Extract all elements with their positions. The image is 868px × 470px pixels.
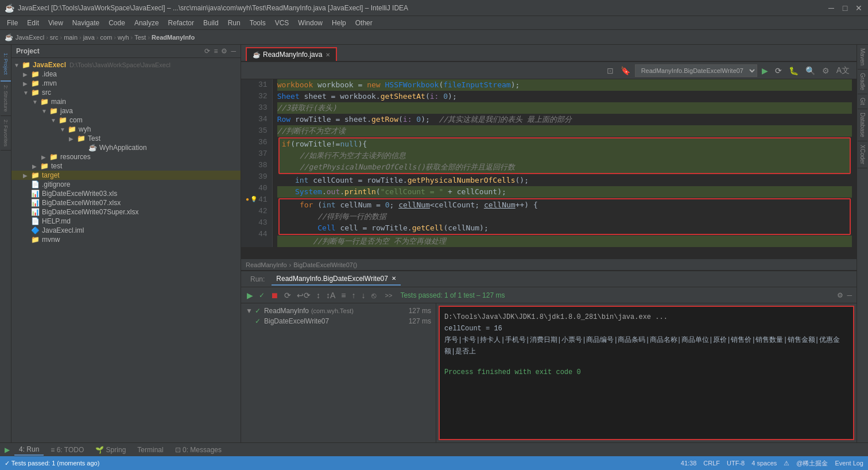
tree-item-test[interactable]: ▶ 📁 test — [11, 161, 241, 171]
tree-item-resources[interactable]: ▶ 📁 resources — [11, 152, 241, 161]
bottom-tab-messages[interactable]: ⊡ 0: Messages — [170, 445, 226, 455]
breadcrumb-project[interactable]: JavaExecl — [16, 34, 44, 41]
breadcrumb-test[interactable]: Test — [134, 34, 146, 41]
tree-item-java[interactable]: ▼ 📁 java — [11, 106, 241, 115]
sort-btn[interactable]: ↕ — [315, 290, 321, 301]
rerun-btn-2[interactable]: ⟳ — [283, 290, 292, 301]
tree-item-wyh-app[interactable]: ☕ WyhApplication — [11, 143, 241, 152]
bottom-tab-run[interactable]: 4: Run — [14, 444, 44, 456]
tree-item-excel07super[interactable]: 📊 BigDateExcelWrite07Super.xlsx — [11, 207, 241, 217]
bottom-tab-spring[interactable]: 🌱 Spring — [91, 445, 130, 455]
code-editor[interactable]: 31 32 33 34 35 36 37 38 39 40 ● 💡 41 — [241, 79, 857, 259]
sort-alpha-btn[interactable]: ↕A — [325, 290, 336, 301]
tab-close-icon[interactable]: ✕ — [326, 52, 330, 58]
window-controls: ─ □ ✕ — [827, 3, 863, 13]
database-panel-tab[interactable]: Database — [858, 109, 867, 141]
gear-icon[interactable]: ⚙ — [221, 47, 227, 55]
bookmark-btn[interactable]: 🔖 — [618, 65, 633, 76]
xcoder-panel-tab[interactable]: XCoder — [858, 141, 867, 168]
minimize-panel-icon[interactable]: ─ — [231, 47, 236, 55]
debug-btn[interactable]: 🐛 — [786, 65, 801, 76]
breadcrumb-src[interactable]: src — [50, 34, 59, 41]
editor-tab-readmanyinfo[interactable]: ☕ ReadManyInfo.java ✕ — [246, 47, 337, 61]
test-item-bigdate[interactable]: ✓ BigDateExcelWrite07 127 ms — [241, 316, 436, 326]
tree-item-gitignore[interactable]: 📄 .gitignore — [11, 180, 241, 189]
project-panel-toggle[interactable]: 1: Project — [1, 47, 11, 82]
project-panel-title: Project — [16, 47, 204, 55]
tree-item-com[interactable]: ▼ 📁 com — [11, 115, 241, 125]
toggle-btn[interactable]: ≡ — [340, 290, 347, 301]
collapse-icon[interactable]: ≡ — [214, 47, 218, 55]
menu-code[interactable]: Code — [104, 18, 130, 28]
run-btn[interactable]: ▶ — [760, 65, 770, 76]
code-line-43: Cell cell = rowTitle.getCell(cellNum); — [280, 222, 850, 234]
export-btn[interactable]: ↓ — [361, 290, 367, 301]
menu-run[interactable]: Run — [223, 18, 245, 28]
rerun-btn[interactable]: ⟳ — [773, 65, 784, 76]
menu-help[interactable]: Help — [327, 18, 351, 28]
editor-toolbar: ⊡ 🔖 ReadManyInfo.BigDateExcelWrite07 ▶ ⟳… — [241, 62, 857, 79]
menu-navigate[interactable]: Navigate — [68, 18, 104, 28]
maven-panel-tab[interactable]: Maven — [858, 45, 867, 70]
test-item-readmanyinfo[interactable]: ▼ ✓ ReadManyInfo (com.wyh.Test) 127 ms — [241, 306, 436, 316]
import-btn[interactable]: ↑ — [351, 290, 357, 301]
breadcrumb-main[interactable]: main — [64, 34, 78, 41]
tree-item-test-dir[interactable]: ▶ 📁 Test — [11, 134, 241, 143]
breadcrumb-java[interactable]: java — [83, 34, 95, 41]
console-output[interactable]: D:\Tools\Java\JDK\JDK1.8\jdk1.8.0_281\bi… — [439, 306, 854, 440]
structure-panel-toggle[interactable]: 2: Structure — [1, 82, 11, 116]
run-tab-close[interactable]: ✕ — [392, 275, 396, 282]
menu-window[interactable]: Window — [293, 18, 327, 28]
run-hide-icon[interactable]: ─ — [847, 291, 852, 299]
tree-item-mvn[interactable]: ▶ 📁 .mvn — [11, 79, 241, 88]
code-line-32: Sheet sheet = workbook.getSheetAt(i: 0); — [277, 91, 852, 102]
maximize-button[interactable]: □ — [840, 3, 850, 13]
event-log-link[interactable]: Event Log — [835, 460, 863, 467]
bottom-tab-terminal[interactable]: Terminal — [133, 445, 168, 455]
tree-item-src[interactable]: ▼ 📁 src — [11, 88, 241, 97]
code-line-44: //判断每一行是否为空 不为空再做处理 — [277, 236, 852, 247]
menu-other[interactable]: Other — [351, 18, 377, 28]
back-btn[interactable]: ⊡ — [604, 65, 616, 76]
minimize-button[interactable]: ─ — [827, 3, 836, 13]
bottom-tab-todo[interactable]: ≡ 6: TODO — [46, 445, 88, 455]
menu-vcs[interactable]: VCS — [270, 18, 294, 28]
tree-item-help[interactable]: 📄 HELP.md — [11, 217, 241, 226]
stop-btn[interactable]: ⏹ — [269, 290, 280, 301]
sync-icon[interactable]: ⟳ — [204, 47, 210, 55]
tree-item-excel07[interactable]: 📊 BigDateExcelWrite07.xlsx — [11, 198, 241, 207]
menu-view[interactable]: View — [44, 18, 68, 28]
run-config-tab[interactable]: ReadManyInfo.BigDateExcelWrite07 ✕ — [272, 273, 401, 286]
favorites-panel-toggle[interactable]: 2: Favorites — [1, 116, 11, 151]
tree-item-excel03[interactable]: 📊 BigDateExcelWrite03.xls — [11, 189, 241, 198]
search-icon[interactable]: 🔍 — [803, 65, 817, 76]
settings-icon[interactable]: ⚙ — [820, 65, 832, 76]
method-selector[interactable]: ReadManyInfo.BigDateExcelWrite07 — [635, 64, 757, 77]
menu-file[interactable]: File — [2, 18, 22, 28]
tree-item-iml[interactable]: 🔷 JavaExecl.iml — [11, 226, 241, 235]
test-class-label: ReadManyInfo — [264, 307, 309, 315]
menu-analyze[interactable]: Analyze — [130, 18, 164, 28]
breadcrumb-wyh[interactable]: wyh — [118, 34, 129, 41]
menu-tools[interactable]: Tools — [245, 18, 270, 28]
bottom-run-tab[interactable]: Run: — [246, 273, 269, 285]
tree-item-root[interactable]: ▼ 📁 JavaExecl D:\Tools\JavaWorkSpace\Jav… — [11, 60, 241, 70]
run-play-btn[interactable]: ▶ — [246, 290, 254, 301]
rerun-failed-btn[interactable]: ↩⟳ — [296, 290, 312, 301]
tree-item-mvnw[interactable]: 📁 mvnw — [11, 235, 241, 244]
gradle-panel-tab[interactable]: Gradle — [858, 70, 867, 94]
tree-item-target[interactable]: ▶ 📁 target — [11, 171, 241, 180]
open-btn[interactable]: ⎋ — [370, 290, 377, 301]
menu-refactor[interactable]: Refactor — [164, 18, 199, 28]
translate-icon[interactable]: A文 — [834, 64, 852, 77]
console-line-3: 序号|卡号|持卡人|手机号|消费日期|小票号|商品编号|商品条码|商品名称|商品… — [444, 334, 848, 357]
menu-build[interactable]: Build — [199, 18, 223, 28]
tree-item-main[interactable]: ▼ 📁 main — [11, 97, 241, 106]
tree-item-idea[interactable]: ▶ 📁 .idea — [11, 70, 241, 79]
tree-item-wyh[interactable]: ▼ 📁 wyh — [11, 125, 241, 134]
run-settings-icon[interactable]: ⚙ — [837, 291, 843, 299]
git-panel-tab[interactable]: Git — [858, 94, 867, 109]
breadcrumb-com[interactable]: com — [100, 34, 113, 41]
menu-edit[interactable]: Edit — [22, 18, 44, 28]
close-button[interactable]: ✕ — [854, 3, 863, 13]
